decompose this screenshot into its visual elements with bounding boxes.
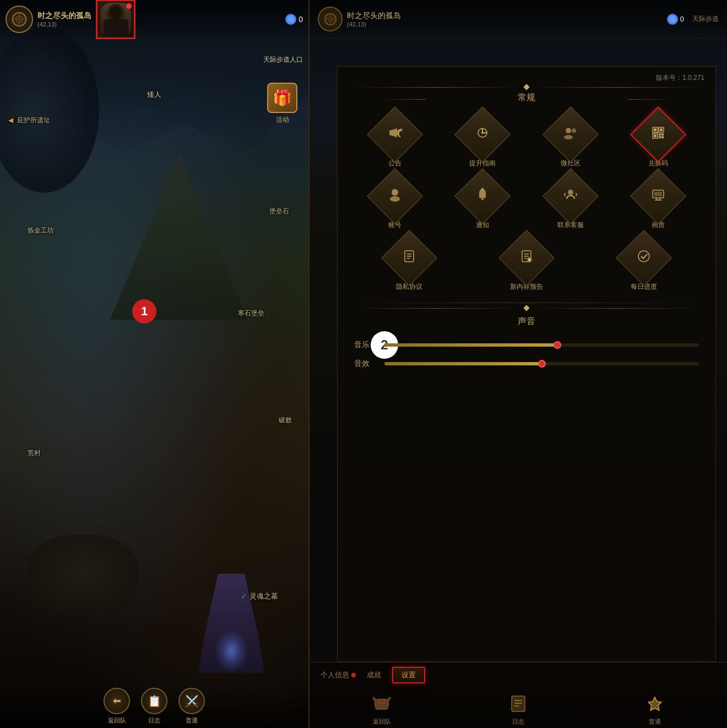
svg-point-52 [378, 702, 381, 704]
svg-rect-32 [481, 198, 484, 200]
footer-tab-1[interactable]: 返回队 [315, 688, 449, 728]
sfx-slider-row: 音效 [338, 354, 715, 373]
blue-gem-icon [285, 14, 296, 25]
settings-item-account[interactable]: 账号 [354, 176, 436, 230]
settings-item-announce[interactable]: 公告 [354, 115, 436, 168]
settings-grid-row3: 隐私协议 [338, 235, 715, 300]
nav-log-left[interactable]: 📋 日志 [141, 688, 167, 725]
svg-point-31 [390, 196, 400, 202]
portrait-red-dot [126, 3, 132, 9]
gem-item-right: 0 [667, 14, 684, 25]
character-glow [215, 629, 248, 673]
settings-grid-row2: 账号 通知 [338, 174, 715, 235]
account-icon-diamond [367, 168, 423, 224]
svg-rect-6 [104, 19, 128, 36]
sep-line-1 [349, 303, 704, 303]
daily-icon-diamond [616, 230, 672, 286]
bottom-nav-left: 返回队 📋 日志 ⚔️ 普通 [0, 684, 308, 728]
nav-back-left[interactable]: 返回队 [104, 688, 130, 725]
nav-back-label: 返回队 [108, 716, 126, 725]
version-text: 版本号：1.0.271 [338, 67, 715, 85]
settings-item-guide[interactable]: 提升指南 [442, 115, 524, 168]
music-slider-track[interactable] [384, 343, 699, 347]
nav-normal-left[interactable]: ⚔️ 普通 [178, 688, 205, 725]
activity-label: 活动 [276, 115, 289, 125]
settings-item-daily[interactable]: 每日进度 [588, 238, 699, 292]
svg-rect-25 [654, 134, 657, 137]
dwarf-label: 矮人 [147, 90, 161, 100]
privacy-icon [402, 249, 417, 267]
nav-log-label: 日志 [148, 716, 160, 725]
achievement-button[interactable]: 成就 [367, 670, 381, 680]
qr-icon-diamond [630, 106, 686, 163]
sfx-slider-fill [384, 362, 542, 365]
right-game-panel: 时之尽头的孤岛 (42,13) 0 天际步道 版本号：1.0.271 常规 [308, 0, 727, 728]
battle-icon: ⚔️ [178, 688, 205, 714]
checkmark-icon: ✓ [241, 592, 247, 601]
portrait-arrow [110, 37, 121, 39]
top-bar-right: 时之尽头的孤岛 (42,13) 0 天际步道 [310, 0, 727, 39]
quality-icon-diamond [630, 168, 686, 224]
soul-tomb-label: 灵魂之墓 [249, 591, 278, 601]
svg-rect-29 [661, 136, 664, 138]
announce-icon [387, 125, 403, 144]
step-badge-1[interactable]: 1 [132, 299, 156, 323]
location-coords-left: (42,13) [37, 21, 91, 28]
svg-rect-26 [659, 133, 661, 136]
footer-tab-2[interactable]: 日志 [452, 688, 585, 728]
settings-panel: 版本号：1.0.271 常规 [337, 66, 716, 662]
svg-rect-36 [654, 192, 662, 196]
step-path-right: 天际步道 [692, 14, 719, 24]
soul-tomb-area: ✓ 灵魂之墓 [241, 591, 278, 601]
back-icon [104, 688, 130, 714]
footer-tab-label-3: 普通 [649, 718, 661, 726]
gem-item-1: 0 [285, 14, 303, 25]
guide-icon-diamond [454, 106, 511, 163]
footer-tabs-right: 返回队 日志 普通 [310, 687, 727, 728]
footer-tab-3[interactable]: 普通 [588, 688, 721, 728]
ruins-feature [28, 535, 138, 618]
settings-item-community[interactable]: 微社区 [530, 115, 611, 168]
qr-icon [650, 125, 666, 144]
map-icon-button[interactable] [6, 6, 33, 33]
settings-item-notify[interactable]: 通知 [442, 176, 524, 230]
general-section-header: 常规 [338, 85, 715, 109]
broken-label: 破败 [279, 416, 292, 425]
sfx-slider-track[interactable] [384, 362, 699, 365]
village-label: 荒村 [28, 449, 41, 458]
blue-gem-icon-right [667, 14, 678, 25]
map-icon-right[interactable] [318, 7, 343, 31]
forge-label: 炼金工坊 [28, 226, 54, 235]
currency-area-right: 0 天际步道 [667, 14, 719, 25]
settings-label: 设置 [402, 671, 416, 679]
divider-line-right [534, 87, 699, 88]
preview-icon [519, 249, 534, 267]
left-game-panel: 时之尽头的孤岛 (42,13) 0 矮人 天际步道人口 [0, 0, 308, 728]
quality-icon [650, 187, 666, 206]
community-icon [563, 125, 578, 144]
settings-item-quality[interactable]: 画质 [618, 176, 699, 230]
log-icon: 📋 [141, 688, 167, 714]
divider-line-left [354, 87, 519, 88]
location-info-right: 时之尽头的孤岛 (42,13) [347, 11, 667, 28]
sound-divider [338, 306, 715, 310]
personal-info-button[interactable]: 个人信息 [321, 670, 356, 680]
svg-point-17 [566, 128, 571, 133]
svg-point-5 [110, 6, 121, 19]
svg-point-51 [638, 251, 649, 262]
settings-item-qr[interactable]: 兑换码 [618, 115, 699, 168]
settings-item-privacy[interactable]: 隐私协议 [354, 238, 465, 292]
settings-button[interactable]: 设置 [392, 667, 425, 683]
svg-point-30 [392, 189, 398, 196]
svg-rect-54 [512, 696, 525, 711]
settings-item-preview[interactable]: 新内容预告 [471, 238, 582, 292]
sfx-label: 音效 [354, 359, 376, 369]
announce-icon-diamond [367, 106, 423, 163]
svg-point-34 [568, 190, 573, 195]
settings-item-support[interactable]: 联系客服 [530, 176, 611, 230]
svg-point-18 [572, 128, 576, 133]
footer-tab-label-1: 返回队 [373, 718, 391, 726]
svg-rect-27 [661, 133, 664, 136]
activity-button[interactable]: 🎁 活动 [267, 83, 297, 125]
character-portrait[interactable] [96, 0, 135, 39]
